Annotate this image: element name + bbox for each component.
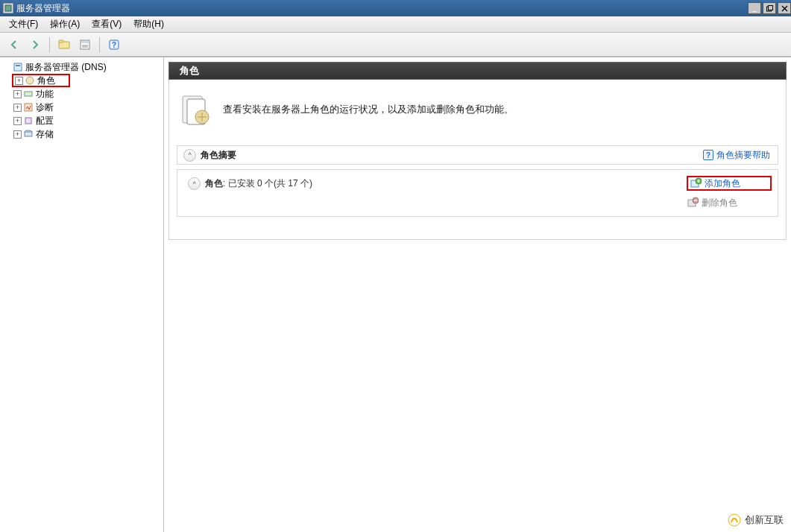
- expander-icon[interactable]: +: [15, 77, 23, 85]
- tree-item-roles[interactable]: + 角色: [12, 74, 70, 87]
- roles-large-icon: [180, 92, 212, 127]
- menubar: 文件(F) 操作(A) 查看(V) 帮助(H): [0, 16, 791, 33]
- summary-help-link[interactable]: 角色摘要帮助: [716, 149, 770, 162]
- expander-icon[interactable]: +: [13, 104, 22, 112]
- expander-icon[interactable]: +: [13, 90, 22, 98]
- roles-status-label: 角色: [205, 178, 223, 189]
- menu-help[interactable]: 帮助(H): [127, 16, 170, 32]
- config-icon: [23, 115, 34, 126]
- expander-icon[interactable]: +: [13, 130, 22, 139]
- menu-file[interactable]: 文件(F): [3, 16, 44, 32]
- tree-item-label: 诊断: [36, 101, 54, 114]
- watermark: 创新互联: [722, 511, 788, 529]
- tree-item-label: 角色: [37, 75, 55, 87]
- server-icon: [13, 62, 23, 72]
- maximize-button[interactable]: [763, 2, 776, 14]
- tree-item-storage[interactable]: + 存储: [12, 127, 162, 141]
- content-pane: 角色 查看安装在服务器上角色的运行状况，以及添加或删除角色和功能。 ^ 角色摘: [164, 57, 791, 532]
- svg-point-24: [728, 514, 740, 526]
- intro-text: 查看安装在服务器上角色的运行状况，以及添加或删除角色和功能。: [223, 103, 514, 116]
- svg-rect-16: [25, 132, 32, 136]
- svg-rect-4: [59, 40, 63, 42]
- tree-item-config[interactable]: + 配置: [12, 114, 162, 127]
- svg-rect-6: [81, 41, 89, 43]
- watermark-text: 创新互联: [745, 513, 784, 527]
- folder-button[interactable]: [54, 36, 74, 54]
- close-button[interactable]: [778, 2, 791, 14]
- svg-rect-9: [14, 63, 22, 71]
- svg-rect-12: [25, 92, 32, 96]
- tree-item-label: 功能: [36, 88, 54, 101]
- remove-role-link[interactable]: 删除角色: [687, 195, 772, 210]
- remove-role-icon: [687, 197, 699, 209]
- tree-pane[interactable]: 服务器管理器 (DNS) + 角色 + 功能 + 诊断 + 配置: [0, 57, 164, 532]
- watermark-logo-icon: [727, 513, 742, 528]
- collapse-icon[interactable]: ^: [188, 177, 201, 190]
- tree-item-diagnostics[interactable]: + 诊断: [12, 101, 162, 114]
- storage-icon: [23, 129, 34, 139]
- content-header: 角色: [168, 62, 787, 80]
- roles-icon: [25, 75, 35, 86]
- summary-body: ^ 角色: 已安装 0 个(共 17 个) 添加角色: [177, 169, 778, 217]
- svg-point-11: [26, 77, 34, 84]
- window-controls: _: [748, 2, 791, 14]
- help-button[interactable]: ?: [104, 36, 124, 54]
- roles-status-value: 已安装 0 个(共 17 个): [228, 178, 312, 189]
- forward-button[interactable]: [25, 36, 45, 54]
- summary-title: 角色摘要: [201, 149, 236, 162]
- window-title: 服务器管理器: [16, 2, 748, 15]
- svg-rect-0: [5, 5, 11, 11]
- content-header-title: 角色: [180, 64, 199, 77]
- add-role-link[interactable]: 添加角色: [687, 176, 772, 191]
- menu-view[interactable]: 查看(V): [86, 16, 127, 32]
- tree-root-label: 服务器管理器 (DNS): [25, 61, 107, 74]
- diagnostics-icon: [23, 102, 34, 113]
- toolbar: ?: [0, 33, 791, 57]
- remove-role-label: 删除角色: [702, 197, 737, 209]
- svg-rect-10: [16, 65, 20, 66]
- minimize-button[interactable]: _: [748, 2, 761, 14]
- tree-item-label: 存储: [36, 128, 54, 141]
- intro-row: 查看安装在服务器上角色的运行状况，以及添加或删除角色和功能。: [169, 80, 786, 145]
- menu-action[interactable]: 操作(A): [44, 16, 86, 32]
- add-role-icon: [690, 177, 702, 189]
- toolbar-divider: [99, 37, 100, 52]
- svg-rect-2: [768, 5, 772, 10]
- add-role-label: 添加角色: [705, 177, 740, 190]
- back-button[interactable]: [4, 36, 24, 54]
- window-titlebar: 服务器管理器 _: [0, 0, 791, 16]
- properties-button[interactable]: [75, 36, 95, 54]
- tree-root[interactable]: 服务器管理器 (DNS): [1, 60, 162, 74]
- roles-status: 角色: 已安装 0 个(共 17 个): [205, 177, 312, 190]
- svg-rect-14: [25, 118, 31, 124]
- toolbar-divider: [49, 37, 50, 52]
- summary-header: ^ 角色摘要 ? 角色摘要帮助: [177, 145, 778, 165]
- tree-item-label: 配置: [36, 115, 54, 127]
- features-icon: [23, 89, 34, 99]
- help-icon: ?: [703, 150, 713, 160]
- collapse-icon[interactable]: ^: [183, 149, 196, 162]
- svg-text:?: ?: [112, 41, 116, 49]
- expander-icon[interactable]: +: [13, 117, 22, 125]
- tree-item-features[interactable]: + 功能: [12, 87, 162, 101]
- app-icon: [3, 3, 13, 13]
